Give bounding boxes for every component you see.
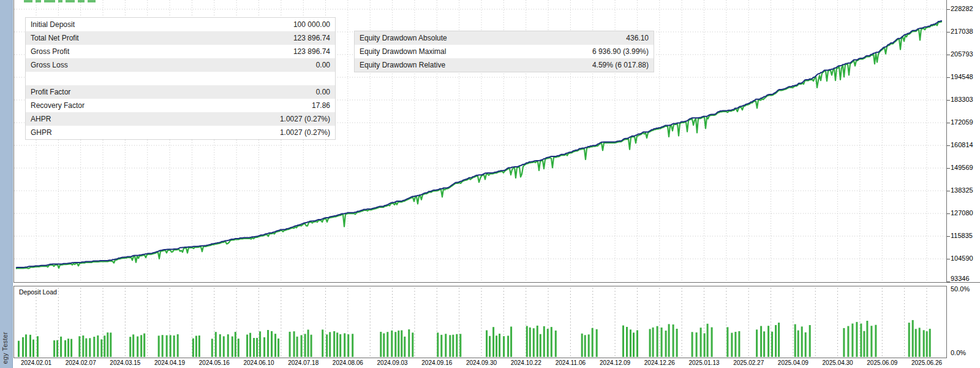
clipped-green-legend — [24, 0, 159, 2]
stat-value: 123 896.74 — [293, 34, 335, 42]
y-axis-label: 93346 — [951, 275, 970, 282]
stat-value: 123 896.74 — [293, 47, 335, 56]
deposit-load-title: Deposit Load — [19, 288, 57, 296]
deposit-max-label: 50.0% — [951, 285, 970, 293]
y-axis-label: 115835 — [951, 232, 973, 239]
stats-left-row: Total Net Profit123 896.74 — [26, 31, 335, 45]
stats-table-left: Initial Deposit100 000.00Total Net Profi… — [25, 17, 336, 140]
stat-label: Recovery Factor — [26, 101, 85, 110]
stats-right-row: Equity Drawdown Relative4.59% (6 017.88) — [355, 58, 654, 72]
y-axis-tick — [947, 77, 950, 78]
stat-label: Initial Deposit — [26, 20, 75, 29]
y-axis-tick — [947, 191, 950, 191]
stat-value: 1.0027 (0.27%) — [280, 115, 335, 123]
deposit-load-panel[interactable]: Deposit Load — [13, 286, 947, 358]
stats-left-row: AHPR1.0027 (0.27%) — [26, 112, 335, 126]
strategy-tester-tab[interactable]: egy Tester — [0, 0, 13, 368]
y-axis-tick — [947, 168, 950, 169]
x-axis-label: 2025.06.09 — [856, 359, 908, 366]
deposit-load-chart[interactable] — [14, 286, 946, 358]
stats-left-row: GHPR1.0027 (0.27%) — [26, 126, 335, 139]
stat-value: 17.86 — [312, 101, 335, 110]
stats-table-right: Equity Drawdown Absolute436.10Equity Dra… — [354, 31, 654, 72]
x-axis-label: 2024.11.06 — [545, 359, 596, 366]
x-axis-label: 2025.06.26 — [901, 359, 952, 366]
stats-left-row: Profit Factor0.00 — [26, 85, 335, 99]
x-axis-label: 2024.05.16 — [189, 359, 240, 366]
stat-label: AHPR — [26, 115, 51, 123]
x-axis-label: 2024.02.01 — [10, 359, 62, 366]
y-axis-label: 172059 — [951, 118, 973, 126]
y-axis-label: 205793 — [951, 50, 973, 58]
stats-left-row: Gross Loss0.00 — [26, 58, 335, 72]
stat-value: 0.00 — [316, 61, 335, 69]
y-axis-label: 138325 — [951, 186, 973, 194]
x-axis-label: 2025.01.13 — [679, 359, 730, 366]
x-axis-label: 2024.09.16 — [411, 359, 462, 366]
stats-left-row: Initial Deposit100 000.00 — [26, 18, 335, 31]
y-axis-label: 183303 — [951, 96, 973, 103]
y-axis-tick — [947, 100, 950, 101]
stats-right-row: Equity Drawdown Maximal6 936.90 (3.99%) — [355, 45, 654, 58]
x-axis-label: 2024.04.19 — [144, 359, 195, 366]
x-axis-label: 2025.04.30 — [812, 359, 864, 366]
stat-label: Profit Factor — [26, 88, 70, 96]
y-axis-label: 160814 — [951, 141, 973, 148]
stat-value: 436.10 — [626, 34, 654, 42]
stat-label: Gross Loss — [26, 61, 68, 69]
stat-label: Gross Profit — [26, 47, 69, 56]
y-axis-label: 217038 — [951, 28, 973, 35]
y-axis-tick — [947, 236, 950, 237]
x-axis-label: 2024.02.07 — [55, 359, 107, 366]
stat-label: Total Net Profit — [26, 34, 79, 42]
y-axis-tick — [947, 123, 950, 123]
y-axis-label: 228282 — [951, 5, 973, 12]
stat-value: 6 936.90 (3.99%) — [592, 47, 654, 56]
y-axis-tick — [947, 259, 950, 259]
stat-label: Equity Drawdown Relative — [355, 61, 445, 69]
x-axis-label: 2025.04.09 — [767, 359, 819, 366]
y-axis-tick — [947, 213, 950, 214]
stats-left-row — [26, 72, 335, 85]
panel-splitter[interactable] — [13, 282, 980, 283]
y-axis-label: 127080 — [951, 209, 973, 217]
x-axis-label: 2024.12.26 — [634, 359, 685, 366]
x-axis-label: 2024.08.06 — [322, 359, 374, 366]
x-axis-label: 2024.09.30 — [456, 359, 507, 366]
stats-right-row: Equity Drawdown Absolute436.10 — [355, 31, 654, 45]
x-axis-label: 2024.12.09 — [589, 359, 641, 366]
stat-label: Equity Drawdown Maximal — [355, 47, 446, 56]
stats-left-row: Gross Profit123 896.74 — [26, 45, 335, 58]
y-axis-label: 104590 — [951, 255, 973, 262]
stats-left-row: Recovery Factor17.86 — [26, 99, 335, 112]
y-axis-tick — [947, 145, 950, 146]
stat-label: GHPR — [26, 128, 52, 137]
y-axis-tick — [947, 55, 950, 55]
deposit-min-label: 0.0% — [951, 349, 966, 356]
stat-value: 0.00 — [316, 88, 335, 96]
stat-value: 100 000.00 — [293, 20, 335, 29]
x-axis-label: 2025.02.27 — [723, 359, 774, 366]
x-axis-label: 2024.03.15 — [99, 359, 151, 366]
stat-value: 1.0027 (0.27%) — [280, 128, 335, 137]
x-axis-label: 2024.09.03 — [367, 359, 418, 366]
stat-label: Equity Drawdown Absolute — [355, 34, 447, 42]
x-axis-label: 2024.06.10 — [233, 359, 285, 366]
stat-value: 4.59% (6 017.88) — [592, 61, 654, 69]
y-axis-label: 194548 — [951, 73, 973, 80]
y-axis-label: 149569 — [951, 164, 973, 171]
x-axis-label: 2024.07.18 — [277, 359, 329, 366]
y-axis-tick — [947, 282, 950, 282]
strategy-tester-tab-label: egy Tester — [1, 332, 9, 364]
x-axis-label: 2024.10.22 — [500, 359, 552, 366]
y-axis-tick — [947, 32, 950, 33]
y-axis-tick — [947, 9, 950, 10]
